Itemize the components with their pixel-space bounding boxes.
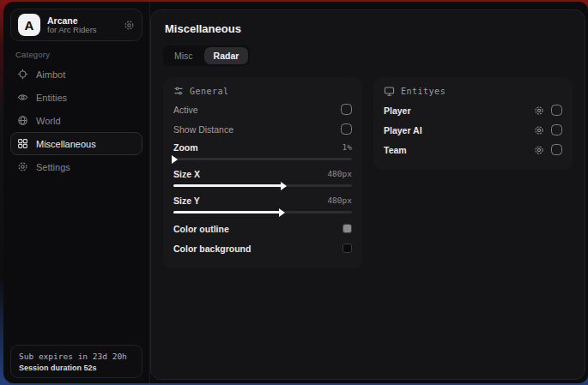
size-x-value: 480px (327, 169, 352, 178)
size-y-value: 480px (327, 196, 352, 205)
player-ai-checkbox[interactable] (551, 124, 562, 135)
page-title: Miscellaneous (165, 22, 573, 35)
show-distance-row: Show Distance (173, 119, 352, 139)
size-y-label: Size Y (173, 196, 200, 206)
crosshair-icon (17, 69, 28, 80)
zoom-slider[interactable] (173, 158, 352, 160)
team-row: Team (384, 140, 562, 159)
show-distance-label: Show Distance (173, 124, 233, 135)
team-gear-icon[interactable] (534, 145, 544, 155)
active-row: Active (173, 99, 352, 119)
team-checkbox[interactable] (551, 144, 562, 155)
sidebar-item-miscellaneous[interactable]: Miscellaneous (10, 132, 142, 155)
sliders-icon (173, 86, 184, 96)
sidebar-item-label: Entities (36, 93, 67, 103)
size-y-slider[interactable] (173, 211, 352, 214)
subscription-card: Sub expires in 23d 20h Session duration … (10, 345, 142, 378)
color-background-swatch[interactable] (342, 244, 352, 253)
main-area: Miscellaneous Misc Radar Gene (150, 2, 588, 383)
active-checkbox[interactable] (341, 104, 352, 115)
monitor-icon (384, 86, 395, 97)
tab-bar: Misc Radar (163, 45, 250, 66)
sidebar-item-label: Miscellaneous (36, 139, 96, 149)
cards-row: General Active Show Distance Zoom 1% (163, 77, 573, 268)
player-ai-label: Player AI (384, 125, 422, 135)
entities-card-title: Entityes (401, 87, 446, 96)
entities-card: Entityes Player (373, 77, 573, 170)
general-card: General Active Show Distance Zoom 1% (163, 77, 362, 268)
tab-radar[interactable]: Radar (204, 47, 249, 64)
sidebar-nav: Aimbot Entities World (3, 63, 149, 178)
player-ai-row: Player AI (384, 120, 562, 140)
gear-icon (17, 161, 28, 172)
app-logo: A (18, 14, 40, 36)
general-card-title: General (190, 87, 229, 96)
entities-card-header: Entityes (384, 86, 562, 97)
brand-gear-icon[interactable] (124, 20, 135, 31)
color-outline-label: Color outline (173, 224, 229, 234)
sidebar-item-label: Settings (36, 162, 70, 172)
sidebar-item-label: Aimbot (36, 69, 65, 80)
show-distance-checkbox[interactable] (341, 123, 352, 135)
sidebar: A Arcane for Arc Riders Category (3, 2, 150, 383)
size-x-slider-row: Size X 480px (173, 165, 352, 187)
globe-icon (17, 115, 28, 126)
zoom-slider-row: Zoom 1% (173, 139, 352, 160)
content-panel: Miscellaneous Misc Radar Gene (150, 9, 585, 380)
brand-card: A Arcane for Arc Riders (10, 9, 142, 41)
color-outline-row: Color outline (173, 219, 352, 238)
session-duration-text: Session duration 52s (19, 364, 134, 372)
color-outline-swatch[interactable] (342, 224, 352, 233)
grid-icon (17, 138, 28, 149)
player-ai-gear-icon[interactable] (534, 125, 544, 135)
brand-text: Arcane for Arc Riders (47, 15, 117, 35)
zoom-slider-thumb[interactable] (172, 155, 178, 164)
player-checkbox[interactable] (551, 105, 562, 116)
sidebar-item-entities[interactable]: Entities (10, 86, 142, 109)
size-y-slider-thumb[interactable] (279, 208, 285, 217)
general-card-header: General (173, 86, 352, 96)
app-window: A Arcane for Arc Riders Category (3, 2, 588, 383)
size-y-slider-row: Size Y 480px (173, 192, 352, 214)
sidebar-item-settings[interactable]: Settings (10, 155, 142, 178)
app-tagline: for Arc Riders (47, 26, 117, 35)
app-name: Arcane (47, 15, 117, 26)
sidebar-item-aimbot[interactable]: Aimbot (10, 63, 142, 86)
team-label: Team (384, 145, 407, 155)
player-gear-icon[interactable] (534, 105, 544, 116)
size-x-slider-thumb[interactable] (281, 182, 287, 190)
sidebar-item-world[interactable]: World (10, 109, 142, 132)
active-label: Active (173, 105, 198, 115)
category-label: Category (15, 50, 149, 59)
sidebar-item-label: World (36, 116, 61, 126)
tab-misc[interactable]: Misc (165, 47, 203, 64)
color-background-label: Color background (173, 244, 251, 254)
size-x-slider[interactable] (173, 184, 352, 187)
zoom-value: 1% (342, 142, 352, 152)
color-background-row: Color background (173, 238, 352, 258)
zoom-label: Zoom (173, 142, 198, 153)
player-label: Player (384, 105, 411, 116)
eye-icon (17, 92, 28, 103)
size-x-label: Size X (173, 169, 200, 179)
sub-expires-text: Sub expires in 23d 20h (19, 352, 134, 361)
player-row: Player (384, 100, 562, 120)
